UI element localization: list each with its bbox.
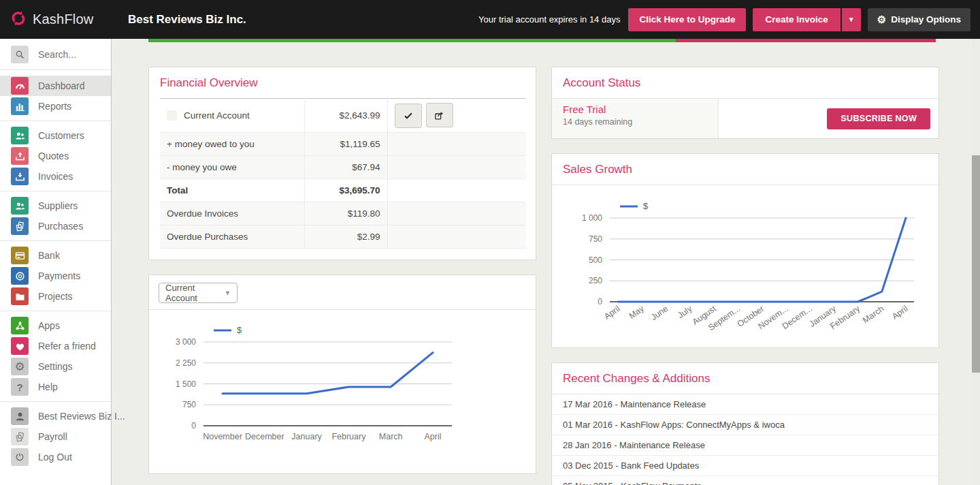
sidebar-item-refer-a-friend[interactable]: Refer a friend [0, 336, 111, 356]
kashflow-logo[interactable]: KashFlow [0, 10, 102, 30]
sidebar-item-label: Reports [38, 101, 71, 112]
change-log-item[interactable]: 28 Jan 2016 - Maintenance Release [552, 435, 938, 456]
row-value: $2,643.99 [304, 99, 387, 133]
sidebar-item-label: Payments [38, 270, 80, 281]
gear-icon: ⚙ [11, 358, 29, 375]
create-invoice-button[interactable]: Create Invoice [753, 8, 840, 31]
sidebar-item-purchases[interactable]: Purchases [0, 216, 111, 236]
sidebar-divider [0, 121, 111, 121]
sidebar-item-dashboard[interactable]: Dashboard [0, 76, 111, 96]
sidebar-item-log-out[interactable]: Log Out [0, 447, 111, 467]
change-log-item[interactable]: 03 Dec 2015 - Bank Feed Updates [552, 456, 938, 476]
financial-row-overdue-invoices: Overdue Invoices$119.80 [160, 202, 526, 225]
sidebar-item-reports[interactable]: Reports [0, 96, 111, 116]
x-tick-label: June [649, 304, 670, 322]
x-tick-label: March [861, 304, 886, 325]
legend-label: $ [643, 201, 649, 211]
pages-icon [11, 217, 29, 235]
sidebar-item-label: Settings [38, 361, 73, 372]
sidebar-item-label: Refer a friend [38, 341, 96, 351]
user-icon [11, 407, 29, 425]
sidebar-divider [0, 240, 111, 241]
y-tick-label: 2 250 [176, 358, 196, 367]
brand-name: KashFlow [33, 12, 93, 27]
sidebar-item-apps[interactable]: Apps [0, 315, 111, 336]
sales-growth-panel: Sales Growth 02505007501 000AprilMayJune… [551, 153, 939, 348]
left-column: Financial Overview Current Account$2,643… [148, 67, 536, 485]
account-selector[interactable]: Current Account ▼ [159, 283, 238, 303]
sidebar-item-label: Bank [38, 250, 60, 261]
account-chart-panel: Current Account ▼ 07501 5002 2503 000Nov… [148, 275, 536, 474]
days-remaining: 14 days remaining [563, 117, 707, 127]
recent-changes-panel: Recent Changes & Additions 17 Mar 2016 -… [551, 362, 939, 485]
page-scrollbar-thumb[interactable] [972, 155, 980, 373]
series-color-swatch [167, 110, 177, 121]
sidebar-item-bank[interactable]: Bank [0, 245, 111, 266]
x-tick-label: January [291, 432, 322, 441]
sidebar-item-label: Best Reviews Biz I... [38, 411, 125, 422]
account-balance-chart: 07501 5002 2503 000NovemberDecemberJanua… [149, 310, 536, 473]
row-label: Current Account [184, 110, 250, 121]
account-selector-value: Current Account [165, 283, 225, 303]
sidebar-item-payroll[interactable]: Payroll [0, 426, 111, 447]
y-tick-label: 500 [589, 255, 602, 265]
upgrade-button[interactable]: Click Here to Upgrade [628, 8, 746, 31]
plan-name: Free Trial [563, 104, 707, 115]
subscribe-button[interactable]: SUBSCRIBE NOW [827, 108, 930, 129]
sidebar-divider [0, 401, 111, 402]
change-log-item[interactable]: 17 Mar 2016 - Maintenance Release [552, 394, 938, 415]
sidebar-item-invoices[interactable]: Invoices [0, 166, 111, 187]
financial-row-total: Total$3,695.70 [160, 178, 526, 202]
change-log-item[interactable]: 01 Mar 2016 - KashFlow Apps: ConnectMyAp… [552, 415, 938, 435]
y-tick-label: 0 [598, 297, 602, 307]
financial-overview-panel: Financial Overview Current Account$2,643… [148, 67, 536, 260]
legend-label: $ [237, 325, 242, 335]
gear-icon: ⚙ [877, 14, 886, 25]
row-label: Overdue Purchases [167, 232, 248, 242]
sidebar-item-label: Invoices [38, 171, 73, 182]
sidebar-item-label: Log Out [38, 452, 72, 463]
plan-cell: Free Trial 14 days remaining [552, 99, 719, 138]
account-status-title: Account Status [552, 67, 938, 99]
change-log-item[interactable]: 05 Nov 2015 - KashFlow Payments [552, 476, 938, 485]
company-name: Best Reviews Biz Inc. [128, 13, 246, 27]
sidebar-item-settings[interactable]: ⚙Settings [0, 356, 111, 377]
display-options-button[interactable]: ⚙ Display Options [868, 8, 970, 31]
sidebar-item-label: Projects [38, 291, 73, 302]
row-value: $119.80 [304, 202, 387, 225]
y-tick-label: 1 000 [582, 213, 602, 223]
sidebar-item-help[interactable]: ?Help [0, 377, 111, 397]
export-account-button[interactable] [426, 103, 453, 127]
financial-row-overdue-purchases: Overdue Purchases$2.99 [160, 225, 526, 248]
search-input[interactable] [38, 49, 99, 60]
x-tick-label: December [245, 432, 284, 441]
x-tick-label: April [424, 432, 441, 441]
people-icon [11, 197, 29, 215]
question-icon: ? [11, 378, 29, 396]
sidebar-item-suppliers[interactable]: Suppliers [0, 195, 111, 216]
coin-icon [11, 267, 29, 285]
create-invoice-split-button: Create Invoice ▼ [753, 8, 860, 31]
row-value: $3,695.70 [304, 178, 387, 202]
sidebar-item-projects[interactable]: Projects [0, 286, 111, 307]
sidebar-item-label: Suppliers [38, 200, 78, 211]
confirm-account-button[interactable] [395, 104, 422, 128]
row-value: $1,119.65 [304, 132, 387, 155]
sidebar-item-payments[interactable]: Payments [0, 266, 111, 286]
page-scrollbar[interactable] [972, 39, 980, 485]
nodes-icon [11, 317, 29, 334]
dashboard-icon [11, 77, 29, 95]
sidebar-item-quotes[interactable]: Quotes [0, 146, 111, 166]
chevron-down-icon: ▼ [225, 290, 231, 296]
kashflow-logo-icon [10, 10, 27, 30]
chevron-down-icon: ▼ [848, 16, 855, 23]
sidebar-item-customers[interactable]: Customers [0, 125, 111, 146]
create-invoice-dropdown-button[interactable]: ▼ [842, 8, 861, 31]
financial-row-current-account: Current Account$2,643.99 [160, 99, 526, 133]
sidebar-item-account[interactable]: Best Reviews Biz I... [0, 406, 111, 426]
x-tick-label: April [602, 304, 622, 322]
y-tick-label: 1 500 [176, 379, 196, 388]
row-label: Total [167, 185, 188, 195]
account-chart-toolbar: Current Account ▼ [149, 275, 536, 310]
power-icon [11, 448, 29, 466]
